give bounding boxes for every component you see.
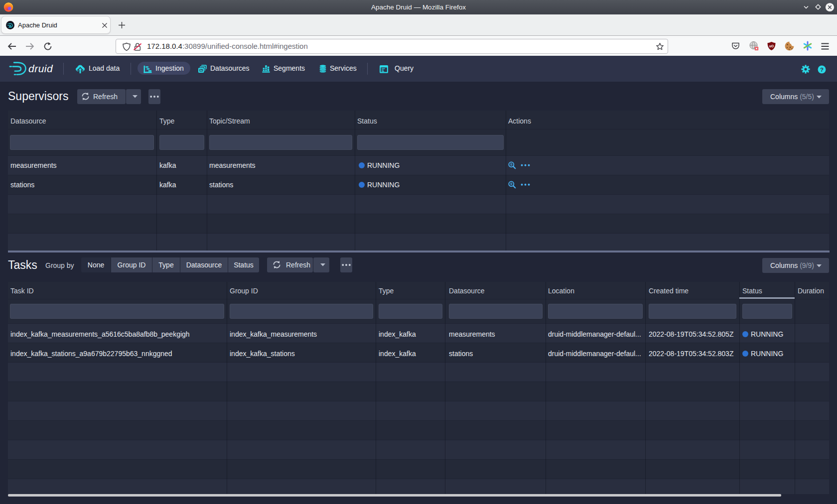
svg-text:uO: uO bbox=[769, 44, 774, 48]
svg-text:?: ? bbox=[820, 67, 824, 73]
